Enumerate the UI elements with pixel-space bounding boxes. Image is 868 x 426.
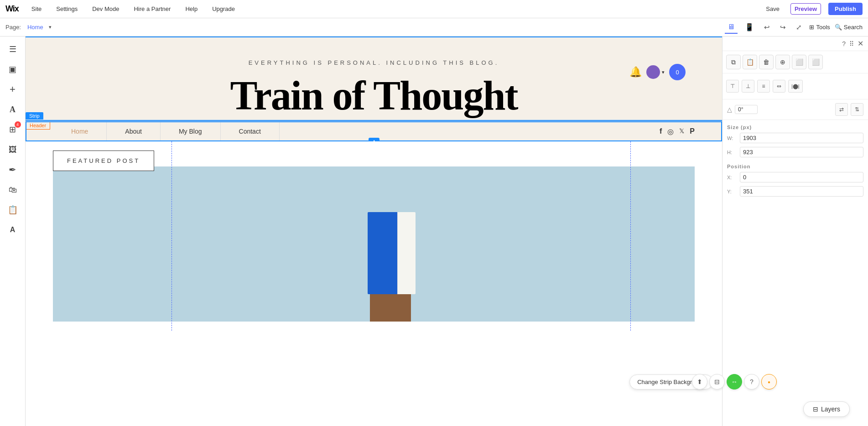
bell-icon[interactable]: 🔔 [629, 66, 642, 78]
paste-button[interactable]: 📋 [743, 55, 757, 69]
media-button[interactable]: 🖼 [4, 140, 22, 159]
bookings-button[interactable]: 📋 [4, 201, 22, 219]
nav-contact[interactable]: Contact [221, 121, 280, 141]
layers-icon: ⊟ [813, 405, 818, 413]
stretch-button[interactable]: ⇔ [773, 80, 785, 93]
featured-image[interactable] [53, 166, 695, 322]
undo-button[interactable]: ↩ [761, 21, 773, 33]
store-button[interactable]: 🛍 [4, 181, 22, 199]
dev-mode-menu[interactable]: Dev Mode [88, 4, 123, 14]
panel-tools: ⧉ 📋 🗑 ⊕ ⬜ ⬜ [722, 51, 868, 73]
align-left-button[interactable]: ⬜ [792, 55, 806, 69]
avatar-chevron-icon[interactable]: ▾ [662, 69, 665, 75]
sections-sidebar-button[interactable]: ▣ [4, 60, 22, 78]
nav-myblog[interactable]: My Blog [161, 121, 221, 141]
redo-button[interactable]: ↪ [777, 21, 789, 33]
y-label: Y: [727, 189, 736, 194]
y-row: Y: [727, 186, 863, 197]
collapse-button[interactable]: ⤢ [793, 21, 805, 33]
bookings-icon: 📋 [8, 205, 18, 215]
avatar-area[interactable]: ▾ [646, 65, 665, 79]
nav-home[interactable]: Home [53, 121, 107, 141]
facebook-icon[interactable]: f [660, 127, 662, 136]
mobile-device-button[interactable]: 📱 [742, 21, 757, 33]
duplicate-button[interactable]: ⊕ [775, 55, 790, 69]
site-navigation-strip[interactable]: Strip Header Home About My Blog Contact … [26, 121, 722, 141]
website-canvas: EVERYTHING IS PERSONAL. INCLUDING THIS B… [26, 36, 722, 426]
upgrade-button[interactable]: Upgrade [208, 4, 239, 14]
align-distribute-button[interactable]: ≡ [757, 80, 770, 93]
apps-button[interactable]: ⊞ 4 [4, 120, 22, 139]
secondary-bar: Page: Home ▾ 🖥 📱 ↩ ↪ ⤢ ⊞ Tools 🔍 Search [0, 18, 868, 36]
wix-logo: Wix [5, 4, 19, 14]
help-menu[interactable]: Help [182, 4, 201, 14]
book-pages [397, 212, 416, 294]
blog-button[interactable]: ✒ [4, 161, 22, 179]
media-icon: 🖼 [9, 145, 17, 155]
strip-container-button[interactable]: ⊟ [709, 374, 725, 390]
avatar[interactable] [646, 65, 660, 79]
publish-button[interactable]: Publish [828, 3, 863, 15]
ascend-button[interactable]: A [4, 221, 22, 239]
arrange-forward-button[interactable]: ⊤ [726, 80, 739, 93]
delete-button[interactable]: 🗑 [759, 55, 774, 69]
tagline-text: EVERYTHING IS PERSONAL. INCLUDING THIS B… [53, 50, 695, 71]
book-illustration [363, 194, 418, 322]
pinterest-icon[interactable]: P [690, 127, 695, 136]
wrap-button[interactable]: |⬤| [788, 80, 803, 93]
tools-label: Tools [816, 24, 830, 31]
y-input[interactable] [740, 186, 863, 197]
twitter-icon[interactable]: 𝕏 [679, 127, 684, 136]
themes-button[interactable]: A [4, 100, 22, 119]
nav-about[interactable]: About [107, 121, 161, 141]
themes-icon: A [10, 105, 16, 114]
height-input[interactable] [740, 147, 863, 157]
x-label: X: [727, 175, 736, 180]
copy-button[interactable]: ⧉ [726, 55, 741, 69]
settings-menu[interactable]: Settings [52, 4, 81, 14]
strip-help-button[interactable]: ? [744, 374, 759, 390]
position-title: Position [727, 164, 863, 169]
apps-badge: 4 [15, 121, 21, 128]
flip-horizontal-button[interactable]: ⇄ [835, 103, 848, 116]
arrange-back-button[interactable]: ⊥ [742, 80, 754, 93]
featured-text: FEATURED POST [67, 157, 140, 164]
strip-expand-button[interactable]: ↔ [727, 374, 742, 390]
height-label: H: [727, 150, 736, 155]
x-input[interactable] [740, 172, 863, 182]
ascend-icon: A [10, 226, 16, 234]
pages-sidebar-button[interactable]: ☰ [4, 40, 22, 58]
width-input[interactable] [740, 133, 863, 143]
panel-close-button[interactable]: ✕ [858, 39, 863, 48]
align-right-button[interactable]: ⬜ [808, 55, 823, 69]
hire-partner-menu[interactable]: Hire a Partner [130, 4, 174, 14]
add-elements-button[interactable]: + [4, 80, 22, 99]
strip-up-button[interactable]: ⬆ [692, 374, 707, 390]
save-button[interactable]: Save [762, 4, 783, 14]
page-chevron-icon[interactable]: ▾ [49, 24, 52, 30]
search-button[interactable]: 🔍 Search [835, 24, 863, 31]
instagram-icon[interactable]: ◎ [667, 127, 674, 136]
desktop-device-button[interactable]: 🖥 [725, 21, 738, 34]
right-panel: ? ⠿ ✕ ⧉ 📋 🗑 ⊕ ⬜ ⬜ ⊤ ⊥ ≡ ⇔ |⬤| △ ⇄ [722, 36, 868, 426]
panel-help-button[interactable]: ? [842, 40, 846, 47]
panel-grid-button[interactable]: ⠿ [849, 40, 854, 47]
tools-button[interactable]: ⊞ Tools [809, 24, 830, 31]
size-section: Size (px) W: H: [727, 125, 863, 157]
nav-items: Home About My Blog Contact [53, 121, 280, 141]
featured-section: FEATURED POST [26, 141, 722, 331]
site-menu[interactable]: Site [28, 4, 45, 14]
position-section: Position X: Y: [727, 164, 863, 197]
arrange-buttons: ⊤ ⊥ ≡ ⇔ |⬤| [726, 80, 864, 93]
cart-badge[interactable]: 0 [669, 64, 686, 80]
sections-icon: ▣ [9, 64, 16, 74]
top-bar: Wix Site Settings Dev Mode Hire a Partne… [0, 0, 868, 18]
angle-icon: △ [727, 106, 732, 113]
preview-button[interactable]: Preview [790, 3, 821, 15]
page-prefix-label: Page: [5, 24, 21, 31]
page-name-label[interactable]: Home [27, 24, 43, 31]
layers-button[interactable]: ⊟ Layers [803, 401, 850, 417]
angle-input[interactable] [735, 105, 758, 114]
strip-orange-button[interactable]: ● [761, 374, 777, 390]
flip-vertical-button[interactable]: ⇅ [851, 103, 863, 116]
